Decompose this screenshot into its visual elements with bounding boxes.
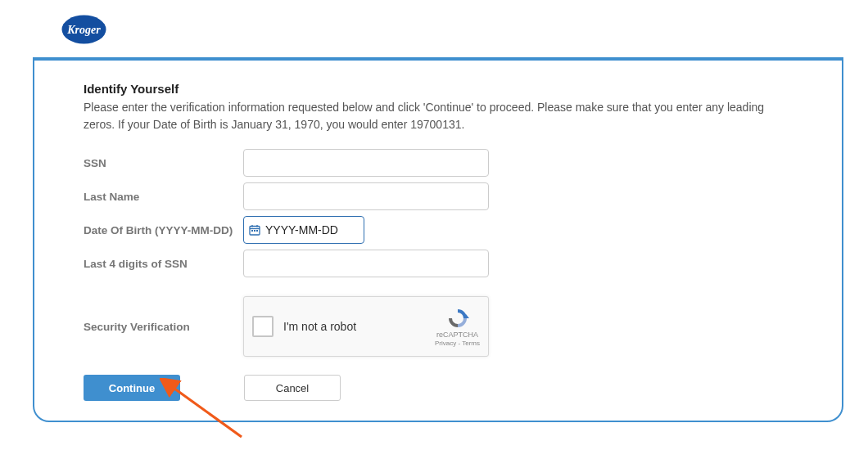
row-captcha: Security Verification I'm not a robot re… bbox=[84, 296, 793, 357]
recaptcha-brand: reCAPTCHA bbox=[436, 331, 478, 339]
input-last-name[interactable] bbox=[243, 182, 489, 210]
svg-text:Kroger: Kroger bbox=[66, 24, 101, 36]
recaptcha-links: Privacy - Terms bbox=[435, 340, 480, 347]
recaptcha-branding: reCAPTCHA Privacy - Terms bbox=[435, 307, 480, 347]
dob-placeholder: YYYY-MM-DD bbox=[265, 223, 338, 236]
svg-rect-8 bbox=[256, 230, 258, 232]
recaptcha-checkbox[interactable] bbox=[252, 316, 274, 337]
input-ssn[interactable] bbox=[243, 149, 489, 177]
identify-panel: Identify Yourself Please enter the verif… bbox=[33, 57, 843, 422]
continue-button[interactable]: Continue bbox=[84, 375, 180, 401]
panel-subtext: Please enter the verification informatio… bbox=[84, 99, 793, 133]
page-root: Kroger Identify Yourself Please enter th… bbox=[0, 0, 868, 468]
calendar-icon bbox=[249, 224, 260, 236]
panel-heading: Identify Yourself bbox=[84, 82, 793, 96]
svg-rect-6 bbox=[251, 230, 253, 232]
row-ssn-last4: Last 4 digits of SSN bbox=[84, 249, 793, 278]
row-last-name: Last Name bbox=[84, 182, 793, 211]
input-ssn-last4[interactable] bbox=[243, 250, 489, 277]
recaptcha-widget: I'm not a robot reCAPTCHA Privacy - Term… bbox=[243, 296, 489, 357]
input-dob[interactable]: YYYY-MM-DD bbox=[243, 216, 364, 244]
recaptcha-icon bbox=[445, 307, 470, 330]
button-row: Continue Cancel bbox=[84, 375, 793, 401]
brand-logo: Kroger bbox=[61, 15, 106, 47]
svg-rect-7 bbox=[254, 230, 255, 232]
row-ssn: SSN bbox=[84, 148, 793, 178]
row-dob: Date Of Birth (YYYY-MM-DD) YYYY-MM-DD bbox=[84, 215, 793, 245]
recaptcha-left: I'm not a robot bbox=[252, 316, 356, 337]
cancel-button[interactable]: Cancel bbox=[244, 375, 341, 401]
label-captcha: Security Verification bbox=[84, 321, 243, 333]
label-ssn-last4: Last 4 digits of SSN bbox=[84, 258, 243, 270]
recaptcha-text: I'm not a robot bbox=[283, 320, 356, 333]
label-last-name: Last Name bbox=[84, 191, 243, 203]
label-ssn: SSN bbox=[84, 157, 243, 169]
kroger-logo-icon: Kroger bbox=[61, 15, 106, 44]
label-dob: Date Of Birth (YYYY-MM-DD) bbox=[84, 224, 243, 236]
